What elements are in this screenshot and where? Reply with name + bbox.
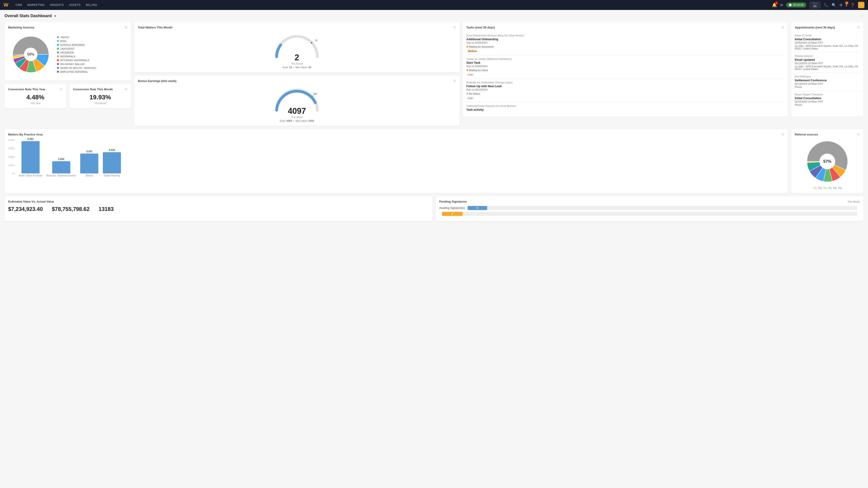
appt-date: 02/06/2024 10:58am PST bbox=[795, 41, 860, 44]
estimated-title: Estimated Value Vs. Actual Value bbox=[8, 200, 54, 203]
mail-icon[interactable]: ✉ bbox=[780, 3, 783, 7]
bar-group: 2,042 Business - Business General bbox=[47, 158, 76, 177]
legend-word-of-mouth: WORD OF MOUTH - MONTHLY bbox=[57, 67, 96, 69]
bar-label: Asset / Stock Purchase bbox=[19, 174, 42, 177]
nav-crm[interactable]: CRM bbox=[16, 3, 22, 6]
timer-play-icon[interactable]: ▶ bbox=[789, 4, 792, 6]
bonus-earnings-value-display: 4097 This Week Goal: 4000 • Max Value: 5… bbox=[138, 106, 456, 122]
conversion-month-title: Conversion Rate This Month bbox=[73, 88, 113, 91]
help-icon[interactable]: ❓ bbox=[850, 3, 855, 7]
bar bbox=[103, 152, 121, 173]
appt-date: 02/20/2024 10:59am PST bbox=[795, 100, 860, 103]
bar-group: 5,361 Asset / Stock Purchase bbox=[19, 137, 42, 177]
referral-pie: 57% bbox=[805, 139, 850, 184]
bar-label: Divorce bbox=[86, 174, 93, 177]
tasks-card: Tasks (next 30 days) ↻ Sony Edutainment … bbox=[463, 22, 788, 117]
appt-title: Initial Consultation bbox=[795, 96, 860, 100]
logo[interactable]: W bbox=[4, 2, 8, 8]
conversion-year-refresh[interactable]: ↻ bbox=[60, 87, 63, 91]
task-due: Due on 02/06/2024 bbox=[466, 65, 785, 67]
task-item: Jordan vs. Jordan (Matterson McMatters) … bbox=[466, 55, 785, 79]
task-status: Waiting for documents bbox=[466, 45, 494, 48]
conversion-year-label: This Year bbox=[8, 102, 63, 104]
tasks-refresh[interactable]: ↻ bbox=[782, 26, 784, 29]
total-matters-card: Total Matters This Month ↻ 13 2 bbox=[134, 22, 460, 72]
conversion-month-refresh[interactable]: ↻ bbox=[125, 87, 127, 91]
nav-assets[interactable]: ASSETS bbox=[69, 3, 81, 6]
appt-person: Susan Taegan Thompson bbox=[795, 93, 860, 96]
legend-facebook: FACEBOOK bbox=[57, 51, 96, 54]
bar bbox=[52, 161, 70, 173]
marketing-pie-center-label: 50% bbox=[27, 53, 34, 57]
task-badge: Low bbox=[466, 73, 474, 76]
pending-month-label: This Month bbox=[848, 200, 860, 203]
conversion-year-value: 4.48% bbox=[8, 94, 63, 101]
title-dropdown-icon[interactable]: ▼ bbox=[54, 14, 57, 18]
pending-fill-1: 0 bbox=[442, 212, 463, 216]
task-name: Additional Onboarding bbox=[466, 37, 785, 41]
nav-insights[interactable]: INSIGHTS bbox=[50, 3, 64, 6]
y-axis: 6,000 – 4,500 – 3,000 – 1,500 – 0 – bbox=[8, 139, 16, 175]
task-status: Waiting for Client bbox=[466, 69, 488, 72]
legend-bing-label: BING bbox=[60, 40, 66, 42]
referral-refresh[interactable]: ↻ bbox=[857, 133, 860, 136]
gear-icon[interactable]: ⚙ bbox=[839, 3, 842, 7]
bonus-refresh[interactable]: ↻ bbox=[453, 79, 456, 83]
conversion-month-label: This Month bbox=[73, 102, 127, 104]
total-matters-gauge: 13 2 This Month Goal: 13 • Max Value: 20 bbox=[138, 32, 456, 69]
task-due: Due on 02/13/2024 bbox=[466, 88, 785, 91]
nav-billing[interactable]: BILLING bbox=[86, 3, 97, 6]
navbar: W CRM MARKETING INSIGHTS ASSETS BILLING … bbox=[0, 0, 868, 10]
total-matters-title: Total Matters This Month bbox=[138, 26, 173, 29]
svg-text:13: 13 bbox=[315, 39, 317, 42]
total-matters-number: 2 bbox=[138, 53, 456, 62]
bonus-earnings-number: 4097 bbox=[138, 106, 456, 116]
legend-big-money: BIG MONEY BALLER bbox=[57, 63, 96, 65]
bonus-earnings-sublabel: This Week bbox=[138, 116, 456, 119]
pending-row-0: Awaiting Signature(s) 0 bbox=[439, 206, 860, 210]
page-menu-icon[interactable]: ··· bbox=[860, 13, 864, 18]
task-badge: Medium bbox=[466, 50, 478, 53]
bar-chart-wrapper: 6,000 – 4,500 – 3,000 – 1,500 – 0 – 5,36… bbox=[8, 139, 784, 177]
search-icon[interactable]: 🔍 bbox=[832, 3, 836, 7]
referral-sources-card: Referral sources ↻ 57% 7% 7% 7% 7% 7% 7% bbox=[791, 129, 864, 193]
legend-lawyerist: LAWYERIST bbox=[57, 47, 96, 50]
today-hours: TODAY 0h bbox=[809, 1, 821, 9]
bar-value: 3,321 bbox=[86, 150, 92, 153]
appointment-item: Patricia Jackson Email updated 02/13/202… bbox=[795, 53, 860, 73]
legend-attorney-label: ATTORNEY REFERRALS bbox=[60, 59, 89, 62]
appt-location: Phone bbox=[795, 103, 860, 106]
badge-icon[interactable]: ℹ 20 bbox=[846, 2, 847, 7]
phone-icon[interactable]: 📞 bbox=[824, 3, 829, 7]
referral-center-label: 57% bbox=[823, 159, 831, 164]
legend-bing: BING bbox=[57, 40, 96, 42]
bonus-earnings-goal: Goal: 4000 • Max Value: 5000 bbox=[138, 120, 456, 122]
conversion-month-value: 19.93% bbox=[73, 94, 127, 101]
notifications-icon[interactable]: 🔔 1 bbox=[772, 2, 777, 7]
appointment-item: Phil Phillington Settlement Conference 0… bbox=[795, 73, 860, 91]
timer-display[interactable]: ▶ 00:04:08 bbox=[786, 2, 806, 7]
svg-point-4 bbox=[312, 96, 313, 97]
estimated-values: $7,234,923.40 $78,755,798.62 13183 bbox=[8, 206, 429, 212]
referral-title: Referral sources bbox=[795, 133, 818, 136]
appointments-refresh[interactable]: ↻ bbox=[857, 26, 860, 29]
appt-title: Settlement Conference bbox=[795, 78, 860, 82]
appointment-item: Susan Taegan Thompson Initial Consultati… bbox=[795, 91, 860, 108]
pending-bar-0: 0 bbox=[468, 206, 857, 210]
total-matters-refresh[interactable]: ↻ bbox=[453, 26, 456, 29]
total-matters-goal: Goal: 13 • Max Value: 20 bbox=[138, 66, 456, 69]
total-matters-sublabel: This Month bbox=[138, 62, 456, 65]
bar-label: Business - Business General bbox=[47, 174, 76, 177]
marketing-refresh-icon[interactable]: ↻ bbox=[125, 26, 127, 29]
referral-legend: 7% 7% 7% 7% 7% 7% bbox=[795, 187, 860, 190]
pending-label-0: Awaiting Signature(s) bbox=[439, 206, 465, 209]
legend-lawyerist-label: LAWYERIST bbox=[60, 47, 74, 50]
add-button[interactable]: + bbox=[858, 2, 864, 8]
marketing-card-title: Marketing Sources bbox=[8, 26, 34, 29]
appt-person: Phil Phillington bbox=[795, 75, 860, 78]
legend-employee-label: EMPLOYEE REFERRAL bbox=[60, 70, 88, 73]
legend-bigmoney-label: BIG MONEY BALLER bbox=[60, 63, 85, 65]
nav-marketing[interactable]: MARKETING bbox=[28, 3, 45, 6]
matters-area-refresh[interactable]: ↻ bbox=[782, 133, 784, 136]
marketing-pie-chart: 50% bbox=[8, 32, 53, 77]
